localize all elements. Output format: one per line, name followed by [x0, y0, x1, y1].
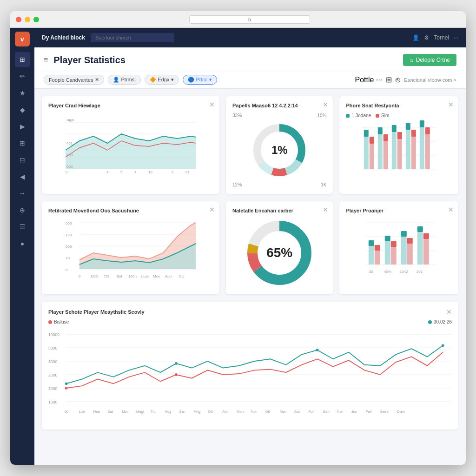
svg-text:3000: 3000 [48, 386, 57, 391]
sidebar-icon-back[interactable]: ◀ [15, 169, 30, 184]
svg-rect-76 [369, 240, 374, 246]
sidebar-icon-edit[interactable]: ✏ [15, 69, 30, 84]
svg-text:Ott: Ott [265, 410, 271, 414]
close-icon[interactable]: ✕ [209, 206, 215, 213]
svg-text:3000: 3000 [48, 359, 57, 364]
svg-rect-35 [392, 125, 397, 132]
wide-chart-header: Player Sehote Player Meaythslic Scovly ✕ [48, 308, 452, 316]
filter-external-icon[interactable]: ⎋ [396, 76, 400, 84]
svg-rect-80 [385, 236, 390, 241]
nav-search-input[interactable] [91, 33, 174, 42]
donut1-center-value: 1% [271, 144, 288, 157]
svg-text:Nor: Nor [337, 410, 343, 414]
legend-label-red: Sim [381, 113, 389, 118]
svg-text:10: 10 [148, 170, 152, 174]
maximize-button[interactable] [33, 17, 39, 22]
chart-row-1: Player Crad Hiewlage ✕ [42, 96, 458, 194]
legend-label-baseline: Bisluse [54, 319, 69, 324]
sidebar-icon-minus[interactable]: ⊟ [15, 152, 30, 167]
chart-title-bar2: Player Proanjer [346, 208, 452, 213]
filter-table-icon[interactable]: ⊞ [386, 75, 392, 84]
close-icon[interactable]: ✕ [448, 206, 454, 213]
close-icon[interactable]: ✕ [209, 101, 215, 108]
svg-rect-34 [392, 132, 397, 169]
sidebar-icon-user[interactable]: ● [15, 236, 30, 251]
chart-row-3: Player Sehote Player Meaythslic Scovly ✕… [42, 302, 458, 430]
sidebar-icon-grid[interactable]: ⊞ [15, 136, 30, 151]
donut1-label-bottom: 12% [232, 182, 242, 187]
svg-text:60: 60 [65, 410, 69, 414]
sidebar-icon-star[interactable]: ★ [15, 86, 30, 100]
sidebar-icon-home[interactable]: ⊞ [15, 52, 30, 67]
close-button[interactable] [16, 17, 21, 22]
svg-rect-41 [411, 130, 416, 137]
legend-item-date: 30.02.26 [428, 319, 452, 324]
filter-pttcc[interactable]: 🔵 Pttcc ▾ [183, 75, 217, 85]
donut2-wrap: 65% [245, 218, 314, 288]
svg-text:Dum: Dum [397, 410, 404, 414]
svg-text:5: 5 [120, 170, 123, 174]
svg-text:Magt: Magt [136, 410, 145, 414]
sidebar-icon-list[interactable]: ☰ [15, 219, 30, 234]
svg-text:0: 0 [66, 170, 68, 174]
svg-text:High: High [66, 118, 74, 122]
legend-dot-date [428, 320, 432, 324]
sidebar-icon-play[interactable]: ▶ [15, 119, 30, 134]
sidebar-icon-swap[interactable]: ↔ [15, 186, 30, 201]
svg-rect-83 [401, 237, 407, 264]
svg-text:0: 0 [79, 274, 81, 278]
svg-text:Add: Add [294, 410, 301, 414]
close-icon[interactable]: ✕ [323, 101, 328, 108]
svg-point-107 [65, 382, 68, 385]
svg-text:1042: 1042 [400, 270, 408, 274]
svg-rect-32 [383, 141, 388, 169]
svg-text:76t: 76t [104, 274, 109, 278]
filter-more[interactable]: Pottle ··· [355, 76, 382, 84]
legend-item-teal: 1.3odane [346, 113, 371, 118]
nav-actions: 👤 ⚙ Tornel ··· [412, 34, 458, 41]
svg-text:Tut: Tut [151, 410, 156, 414]
svg-rect-87 [417, 232, 423, 264]
minimize-button[interactable] [25, 17, 30, 22]
svg-text:CU: CU [179, 274, 185, 278]
top-nav: Dy Achied block 👤 ⚙ Tornel ··· [34, 28, 466, 47]
address-bar-container: b [39, 15, 460, 24]
svg-text:01: 01 [185, 170, 190, 174]
svg-rect-27 [364, 130, 369, 137]
wide-chart-svg: 10000 5000 3000 2000 3000 1000 [48, 328, 452, 421]
svg-text:Atn: Atn [222, 410, 228, 414]
svg-rect-33 [383, 134, 388, 141]
cta-label: Delople Crtne [416, 57, 450, 63]
address-bar[interactable]: b [189, 15, 310, 24]
sidebar-icon-diamond[interactable]: ◆ [15, 102, 30, 117]
filter-foople[interactable]: Foople Candvantes ✕ [44, 75, 104, 85]
cta-button[interactable]: ⌂ Delople Crtne [403, 54, 456, 66]
svg-point-110 [442, 344, 444, 347]
svg-text:Mon: Mon [237, 410, 244, 414]
svg-text:Jun: Jun [351, 410, 357, 414]
svg-rect-26 [364, 137, 369, 169]
close-icon[interactable]: ✕ [323, 206, 328, 213]
donut1-wrap: 1% [249, 120, 310, 180]
close-icon[interactable]: ✕ [446, 308, 452, 316]
filter-edgx[interactable]: 🔶 Edgx ▾ [145, 75, 179, 85]
chart-card-donut1: Papells Maaso6 12 4.2.2:14 ✕ 33% 10% [226, 96, 333, 194]
menu-icon[interactable]: ≡ [44, 56, 48, 64]
svg-text:Uute: Uute [141, 274, 149, 278]
sidebar-icon-add[interactable]: ⊕ [15, 203, 30, 218]
sidebar-logo[interactable]: v [15, 32, 30, 46]
svg-rect-78 [375, 245, 380, 251]
svg-text:Mtl0: Mtl0 [91, 274, 98, 278]
filter-ptrms[interactable]: 👤 Ptrms: [108, 75, 141, 85]
svg-text:10000: 10000 [48, 332, 60, 337]
svg-text:Sar: Sar [179, 410, 185, 414]
chart-card-line1: Player Crad Hiewlage ✕ [42, 96, 219, 194]
svg-text:120: 120 [66, 233, 72, 237]
close-icon[interactable]: ✕ [448, 101, 454, 108]
nav-settings-icon[interactable]: ⚙ [424, 34, 429, 41]
wide-chart-legend: Bisluse 30.02.26 [48, 319, 452, 324]
nav-more-icon[interactable]: ··· [454, 34, 458, 41]
svg-text:Adg: Adg [165, 410, 172, 414]
svg-point-111 [65, 387, 68, 390]
svg-text:401: 401 [66, 141, 73, 145]
